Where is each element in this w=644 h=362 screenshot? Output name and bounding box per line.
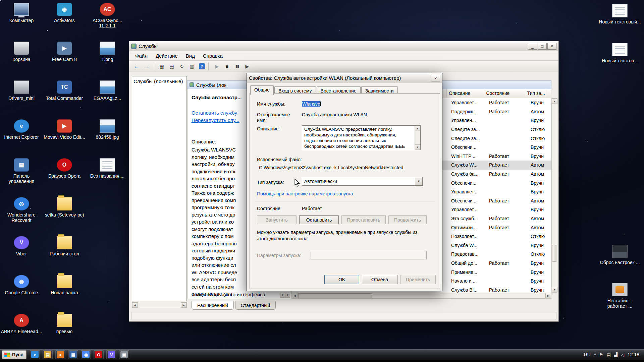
taskbar-app-button[interactable]: ▦ (68, 350, 78, 359)
restart-service-link[interactable]: Перезапустить слу... (192, 117, 239, 123)
tray-icon[interactable]: ^ (594, 352, 596, 357)
tray-icon[interactable]: ⚑ (599, 352, 603, 357)
stop-button[interactable]: Остановить (299, 215, 339, 224)
desktop-icon[interactable]: Drivers_mini (0, 78, 43, 117)
desktop-icon[interactable]: ◎ Wondershare Recoverit (0, 195, 43, 234)
desktop-icon[interactable]: Компьютер (0, 1, 43, 40)
dialog-titlebar[interactable]: Свойства: Служба автонастройки WLAN (Лок… (247, 73, 442, 83)
desktop-icon[interactable]: e Internet Explorer (0, 117, 43, 156)
view-tab[interactable]: Стандартный (235, 301, 276, 310)
scroll-down-icon[interactable]: ▼ (280, 293, 285, 298)
desktop-icon[interactable]: превью (43, 312, 86, 351)
pause-button[interactable]: Приостановить (341, 215, 386, 224)
scroll-left-icon[interactable]: ◀ (292, 293, 298, 298)
taskbar-app-button[interactable]: ▤ (43, 350, 53, 359)
menu-item[interactable]: Файл (131, 52, 152, 60)
desktop-icon[interactable]: ▶ Free Cam 8 (43, 40, 86, 78)
taskbar-app-button[interactable]: ◉ (81, 350, 91, 359)
desktop-icon[interactable]: ▶ Movavi Video Edit... (43, 117, 86, 156)
desktop-icon[interactable]: AC ACGasSync... 11.2.1.1 (86, 1, 129, 40)
tray-icon[interactable]: ◁ (621, 352, 624, 357)
scroll-up-icon[interactable]: ▲ (415, 126, 420, 131)
menu-item[interactable]: Действие (152, 52, 182, 60)
scroll-down-icon[interactable]: ▼ (415, 144, 420, 150)
combobox-dropdown-icon[interactable]: ▼ (415, 177, 422, 185)
toolbar-button[interactable]: ▥ (187, 62, 197, 71)
desktop-icon[interactable]: setka (Setevoy-pc) (43, 195, 86, 234)
toolbar-button[interactable]: ← (132, 62, 141, 71)
startup-help-link[interactable]: Помощь при настройке параметров запуска. (257, 191, 354, 196)
desktop-icon[interactable]: Сброс настроек ... (598, 245, 641, 265)
dialog-tab[interactable]: Общие (250, 85, 274, 95)
scroll-down-icon[interactable]: ▼ (552, 287, 557, 292)
ok-button[interactable]: OK (324, 275, 359, 284)
taskbar-app-button[interactable]: ▣ (119, 350, 129, 359)
menu-item[interactable]: Вид (182, 52, 199, 60)
apply-button[interactable]: Применить (400, 275, 436, 284)
taskbar-app-button[interactable]: O (94, 350, 104, 359)
desktop-icon[interactable]: Без названия.... (86, 156, 129, 195)
tree-horizontal-scrollbar[interactable]: ◀ ▶ (132, 302, 187, 308)
toolbar-button[interactable] (208, 62, 211, 70)
scrollbar-thumb[interactable] (552, 245, 556, 262)
desktop-icon[interactable]: ▤ Панель управления (0, 156, 43, 195)
desktop-icon[interactable]: Новый текстовый... (598, 4, 641, 24)
minimize-button[interactable]: _ (528, 43, 537, 50)
start-button[interactable]: Пуск (2, 350, 26, 359)
desktop-icon[interactable]: V Viber (0, 234, 43, 273)
tree-item-services-local[interactable]: Службы (локальные) (132, 76, 186, 86)
list-vertical-scrollbar[interactable]: ▲ ▼ (551, 98, 557, 293)
taskbar-app-button[interactable]: e (30, 350, 40, 359)
taskbar-app-button[interactable]: ● (55, 350, 65, 359)
column-header-startup-type[interactable]: Тип за... (525, 89, 547, 98)
menu-item[interactable]: Справка (199, 52, 227, 60)
desktop-icon[interactable]: Рабочий стол (43, 234, 86, 273)
desktop-icon[interactable]: EGAAAgLz... (86, 78, 129, 117)
toolbar-button[interactable]: ▦ (157, 62, 166, 71)
toolbar-button[interactable]: → (142, 62, 151, 71)
desktop-icon[interactable]: Корзина (0, 40, 43, 78)
desktop-icon[interactable]: TC Total Commander (43, 78, 86, 117)
resume-button[interactable]: Продолжить (388, 215, 427, 224)
desktop-icon[interactable]: ◉ Activators (43, 1, 86, 40)
tray-icon[interactable]: ▤ (607, 352, 611, 357)
column-header-description[interactable]: Описание (447, 89, 484, 98)
description-textbox[interactable]: Служба WLANSVC предоставляет логику, нео… (302, 125, 421, 150)
toolbar-button[interactable]: ? (197, 62, 207, 71)
service-name-value[interactable]: Wlansvc (302, 101, 321, 107)
cancel-button[interactable]: Отмена (362, 275, 397, 284)
toolbar-button[interactable] (153, 62, 155, 70)
description-scrollbar[interactable]: ▲ ▼ (415, 126, 420, 150)
close-button[interactable]: × (547, 43, 556, 50)
desktop-icon[interactable]: 1.png (86, 40, 129, 78)
startup-type-combobox[interactable]: Автоматически ▼ (302, 177, 423, 186)
toolbar-button[interactable]: ▤ (167, 62, 176, 71)
taskbar-app-button[interactable]: V (106, 350, 116, 359)
scroll-right-icon[interactable]: ▶ (181, 302, 186, 308)
column-header-status[interactable]: Состояние (484, 89, 525, 98)
toolbar-button[interactable]: ▶ (212, 62, 222, 71)
stop-service-link[interactable]: Остановить службу (192, 110, 237, 116)
scroll-down-icon[interactable]: ▼ (285, 293, 290, 298)
toolbar-button[interactable]: ■ (222, 62, 232, 71)
desktop-icon[interactable]: Новый текстов... (598, 43, 641, 63)
desktop-icon[interactable]: ◉ Google Chrome (0, 273, 43, 312)
language-indicator[interactable]: RU (584, 352, 591, 357)
desktop-icon[interactable]: A ABBYY FineRead... (0, 312, 43, 351)
description-scroll-arrows[interactable]: ▼ ▼ (280, 293, 290, 298)
toolbar-button[interactable]: ↻ (177, 62, 186, 71)
startup-parameters-input[interactable] (311, 251, 427, 259)
toolbar-button[interactable]: ▮▮ (232, 62, 242, 71)
view-tab[interactable]: Расширенный (192, 301, 234, 310)
list-horizontal-scrollbar[interactable]: ◀ ▶ (291, 293, 551, 299)
dialog-close-button[interactable]: × (431, 75, 440, 81)
services-window-titlebar[interactable]: Службы _ □ × (129, 41, 558, 51)
toolbar-button[interactable]: ▶ (243, 62, 252, 71)
desktop-icon[interactable]: Новая папка (43, 273, 86, 312)
scroll-up-icon[interactable]: ▲ (552, 99, 557, 104)
clock[interactable]: 12:18 (628, 352, 639, 357)
desktop-icon[interactable]: O Браузер Opera (43, 156, 86, 195)
start-button[interactable]: Запустить (257, 215, 297, 224)
scroll-right-icon[interactable]: ▶ (545, 293, 551, 298)
desktop-icon[interactable]: 682458.jpg (86, 117, 129, 156)
